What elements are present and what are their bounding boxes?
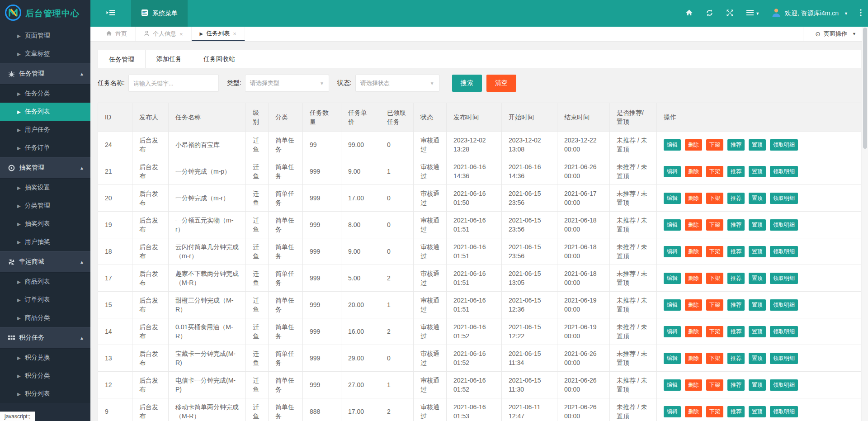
offshelf-button[interactable]: 下架 (706, 273, 723, 284)
pin-button[interactable]: 置顶 (749, 273, 766, 284)
edit-button[interactable]: 编辑 (664, 166, 681, 177)
fullscreen-button[interactable] (720, 0, 740, 27)
offshelf-button[interactable]: 下架 (706, 299, 723, 311)
sidebar-item[interactable]: ▶分类管理 (0, 197, 90, 215)
refresh-button[interactable] (699, 0, 720, 27)
sidebar-group-item[interactable]: 积分任务▲ (0, 327, 90, 349)
layout-menu-button[interactable]: ▼ (740, 0, 766, 27)
recommend-button[interactable]: 推荐 (727, 219, 745, 231)
sidebar-group-item[interactable]: 任务管理▲ (0, 63, 90, 85)
edit-button[interactable]: 编辑 (664, 326, 681, 337)
delete-button[interactable]: 删除 (685, 406, 702, 417)
clear-button[interactable]: 清空 (486, 75, 516, 92)
offshelf-button[interactable]: 下架 (706, 353, 723, 364)
recommend-button[interactable]: 推荐 (727, 326, 745, 337)
close-icon[interactable]: × (233, 30, 236, 37)
pin-button[interactable]: 置顶 (749, 326, 766, 337)
breadcrumb-tab-task-list[interactable]: ▶ 任务列表 × (192, 27, 245, 41)
vertical-scrollbar[interactable] (862, 27, 868, 421)
edit-button[interactable]: 编辑 (664, 246, 681, 257)
offshelf-button[interactable]: 下架 (706, 219, 723, 231)
more-button[interactable] (854, 0, 868, 27)
pin-button[interactable]: 置顶 (749, 379, 766, 391)
recommend-button[interactable]: 推荐 (727, 299, 745, 311)
recommend-button[interactable]: 推荐 (727, 139, 745, 151)
tab-task-manage[interactable]: 任务管理 (98, 50, 146, 68)
offshelf-button[interactable]: 下架 (706, 379, 723, 391)
sidebar-item[interactable]: ▶积分分类 (0, 367, 90, 385)
pin-button[interactable]: 置顶 (749, 193, 766, 204)
delete-button[interactable]: 删除 (685, 273, 702, 284)
delete-button[interactable]: 删除 (685, 246, 702, 257)
recommend-button[interactable]: 推荐 (727, 246, 745, 257)
delete-button[interactable]: 删除 (685, 193, 702, 204)
claim-detail-button[interactable]: 领取明细 (770, 193, 798, 204)
sidebar-item[interactable]: ▶积分兑换 (0, 349, 90, 367)
claim-detail-button[interactable]: 领取明细 (770, 379, 798, 391)
edit-button[interactable]: 编辑 (664, 353, 681, 364)
claim-detail-button[interactable]: 领取明细 (770, 246, 798, 257)
edit-button[interactable]: 编辑 (664, 379, 681, 391)
offshelf-button[interactable]: 下架 (706, 193, 723, 204)
edit-button[interactable]: 编辑 (664, 299, 681, 311)
delete-button[interactable]: 删除 (685, 299, 702, 311)
pin-button[interactable]: 置顶 (749, 246, 766, 257)
recommend-button[interactable]: 推荐 (727, 166, 745, 177)
pin-button[interactable]: 置顶 (749, 219, 766, 231)
claim-detail-button[interactable]: 领取明细 (770, 353, 798, 364)
pin-button[interactable]: 置顶 (749, 139, 766, 151)
pin-button[interactable]: 置顶 (749, 166, 766, 177)
edit-button[interactable]: 编辑 (664, 219, 681, 231)
claim-detail-button[interactable]: 领取明细 (770, 139, 798, 151)
pin-button[interactable]: 置顶 (749, 406, 766, 417)
pin-button[interactable]: 置顶 (749, 299, 766, 311)
sidebar-collapse-button[interactable] (90, 0, 131, 27)
sidebar-item[interactable]: ▶用户任务 (0, 121, 90, 139)
sidebar-item[interactable]: ▶文章标签 (0, 45, 90, 63)
sidebar-item[interactable]: ▶抽奖列表 (0, 215, 90, 233)
sidebar-item[interactable]: ▶页面管理 (0, 27, 90, 45)
task-name-input[interactable] (128, 75, 219, 92)
recommend-button[interactable]: 推荐 (727, 379, 745, 391)
edit-button[interactable]: 编辑 (664, 193, 681, 204)
delete-button[interactable]: 删除 (685, 166, 702, 177)
sidebar-item[interactable]: ▶任务列表 (0, 103, 90, 121)
claim-detail-button[interactable]: 领取明细 (770, 299, 798, 311)
offshelf-button[interactable]: 下架 (706, 326, 723, 337)
page-operations-button[interactable]: ⊙ 页面操作 ▼ (803, 27, 868, 41)
sidebar-item[interactable]: ▶商品分类 (0, 309, 90, 327)
edit-button[interactable]: 编辑 (664, 406, 681, 417)
recommend-button[interactable]: 推荐 (727, 193, 745, 204)
claim-detail-button[interactable]: 领取明细 (770, 166, 798, 177)
claim-detail-button[interactable]: 领取明细 (770, 406, 798, 417)
offshelf-button[interactable]: 下架 (706, 139, 723, 151)
sidebar-item[interactable]: ▶商品列表 (0, 273, 90, 291)
edit-button[interactable]: 编辑 (664, 139, 681, 151)
sidebar-group-item[interactable]: 抽奖管理▲ (0, 157, 90, 179)
claim-detail-button[interactable]: 领取明细 (770, 219, 798, 231)
status-select[interactable]: 请选择状态 ▼ (355, 75, 439, 92)
user-menu[interactable]: 欢迎, 资源库i4m.cn ▼ (766, 8, 854, 19)
offshelf-button[interactable]: 下架 (706, 166, 723, 177)
sidebar-item[interactable]: ▶用户抽奖 (0, 233, 90, 251)
sidebar-group-item[interactable]: 幸运商城▲ (0, 251, 90, 273)
home-button[interactable] (679, 0, 699, 27)
search-button[interactable]: 搜索 (452, 75, 482, 92)
tab-task-recycle[interactable]: 任务回收站 (193, 50, 246, 68)
tab-add-task[interactable]: 添加任务 (146, 50, 193, 68)
delete-button[interactable]: 删除 (685, 353, 702, 364)
recommend-button[interactable]: 推荐 (727, 273, 745, 284)
delete-button[interactable]: 删除 (685, 139, 702, 151)
type-select[interactable]: 请选择类型 ▼ (245, 75, 329, 92)
offshelf-button[interactable]: 下架 (706, 246, 723, 257)
recommend-button[interactable]: 推荐 (727, 353, 745, 364)
sidebar-item[interactable]: ▶积分列表 (0, 385, 90, 403)
breadcrumb-tab-home[interactable]: 首页 (98, 27, 136, 41)
breadcrumb-tab-profile[interactable]: 个人信息 × (136, 27, 192, 41)
delete-button[interactable]: 删除 (685, 379, 702, 391)
offshelf-button[interactable]: 下架 (706, 406, 723, 417)
delete-button[interactable]: 删除 (685, 219, 702, 231)
system-menu-tab[interactable]: 系统菜单 (131, 0, 188, 27)
sidebar-item[interactable]: ▶抽奖设置 (0, 179, 90, 197)
delete-button[interactable]: 删除 (685, 326, 702, 337)
